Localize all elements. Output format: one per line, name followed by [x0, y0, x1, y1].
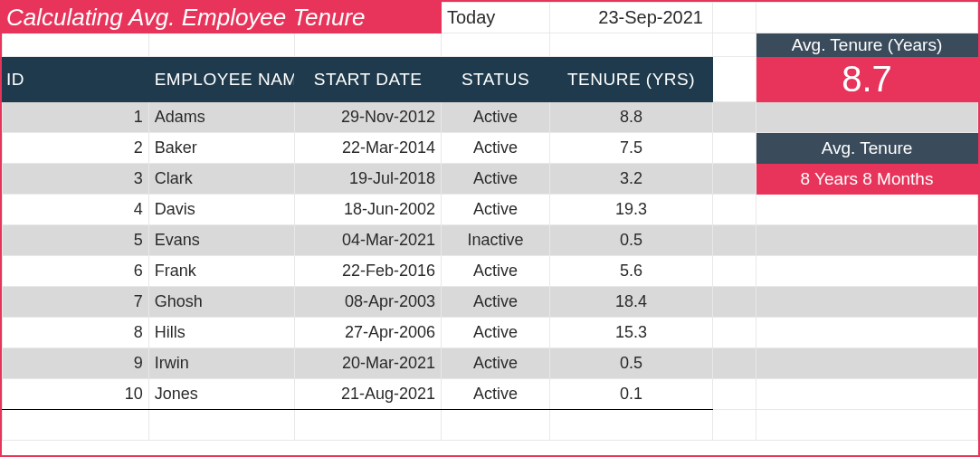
cell-id[interactable]: 10 [3, 379, 149, 410]
table-row[interactable]: 10 Jones 21-Aug-2021 Active 0.1 [3, 379, 978, 410]
cell-tenure[interactable]: 0.1 [550, 379, 713, 410]
cell-name[interactable]: Frank [148, 256, 295, 287]
cell[interactable] [713, 102, 756, 133]
cell-start[interactable]: 22-Feb-2016 [295, 256, 442, 287]
cell-id[interactable]: 6 [3, 256, 149, 287]
today-label: Today [442, 3, 550, 33]
table-row[interactable]: 8 Hills 27-Apr-2006 Active 15.3 [3, 318, 978, 348]
cell-name[interactable]: Hills [148, 318, 295, 348]
table-row[interactable]: 4 Davis 18-Jun-2002 Active 19.3 [3, 195, 978, 225]
cell-tenure[interactable]: 18.4 [550, 287, 713, 318]
cell-name[interactable]: Irwin [148, 348, 295, 379]
cell-status[interactable]: Active [442, 348, 550, 379]
cell-status[interactable]: Active [442, 133, 550, 164]
cell[interactable] [756, 410, 978, 441]
cell-id[interactable]: 4 [3, 195, 149, 225]
cell-id[interactable]: 2 [3, 133, 149, 164]
cell-tenure[interactable]: 8.8 [550, 102, 713, 133]
cell[interactable] [756, 3, 978, 33]
cell-tenure[interactable]: 5.6 [550, 256, 713, 287]
cell-name[interactable]: Jones [148, 379, 295, 410]
cell-status[interactable]: Active [442, 287, 550, 318]
cell[interactable] [713, 256, 756, 287]
cell-status[interactable]: Active [442, 164, 550, 195]
cell[interactable] [713, 133, 756, 164]
cell-name[interactable]: Evans [148, 225, 295, 256]
cell-name[interactable]: Baker [148, 133, 295, 164]
spreadsheet: Calculating Avg. Employee Tenure Today 2… [0, 0, 980, 457]
cell-status[interactable]: Active [442, 318, 550, 348]
table-row[interactable]: 3 Clark 19-Jul-2018 Active 3.2 8 Years 8… [3, 164, 978, 195]
table-row[interactable]: 2 Baker 22-Mar-2014 Active 7.5 Avg. Tenu… [3, 133, 978, 164]
cell-status[interactable]: Active [442, 256, 550, 287]
cell-id[interactable]: 5 [3, 225, 149, 256]
cell-tenure[interactable]: 19.3 [550, 195, 713, 225]
cell[interactable] [295, 33, 442, 57]
cell[interactable] [756, 102, 978, 133]
cell-status[interactable]: Active [442, 102, 550, 133]
cell-tenure[interactable]: 3.2 [550, 164, 713, 195]
cell[interactable] [713, 164, 756, 195]
cell-id[interactable]: 1 [3, 102, 149, 133]
cell-start[interactable]: 20-Mar-2021 [295, 348, 442, 379]
cell[interactable] [713, 57, 756, 102]
cell[interactable] [756, 256, 978, 287]
cell[interactable] [713, 287, 756, 318]
table-row[interactable]: 7 Ghosh 08-Apr-2003 Active 18.4 [3, 287, 978, 318]
col-header-id: ID [3, 57, 149, 102]
cell-start[interactable]: 08-Apr-2003 [295, 287, 442, 318]
cell-name[interactable]: Adams [148, 102, 295, 133]
cell[interactable] [713, 225, 756, 256]
cell-tenure[interactable]: 0.5 [550, 348, 713, 379]
table-row[interactable]: 1 Adams 29-Nov-2012 Active 8.8 [3, 102, 978, 133]
cell-name[interactable]: Clark [148, 164, 295, 195]
cell[interactable] [756, 379, 978, 410]
cell-status[interactable]: Active [442, 379, 550, 410]
cell-id[interactable]: 7 [3, 287, 149, 318]
cell-start[interactable]: 04-Mar-2021 [295, 225, 442, 256]
cell[interactable] [295, 410, 442, 441]
cell[interactable] [713, 3, 756, 33]
table-row[interactable]: 6 Frank 22-Feb-2016 Active 5.6 [3, 256, 978, 287]
cell[interactable] [550, 33, 713, 57]
cell-tenure[interactable]: 7.5 [550, 133, 713, 164]
cell-status[interactable]: Inactive [442, 225, 550, 256]
cell[interactable] [713, 195, 756, 225]
cell[interactable] [442, 33, 550, 57]
cell-status[interactable]: Active [442, 195, 550, 225]
cell-name[interactable]: Davis [148, 195, 295, 225]
cell-start[interactable]: 18-Jun-2002 [295, 195, 442, 225]
cell[interactable] [148, 410, 295, 441]
cell[interactable] [550, 410, 713, 441]
table-row[interactable]: 5 Evans 04-Mar-2021 Inactive 0.5 [3, 225, 978, 256]
cell-start[interactable]: 22-Mar-2014 [295, 133, 442, 164]
cell[interactable] [3, 33, 149, 57]
table-row[interactable]: 9 Irwin 20-Mar-2021 Active 0.5 [3, 348, 978, 379]
cell[interactable] [756, 318, 978, 348]
cell-id[interactable]: 3 [3, 164, 149, 195]
cell-tenure[interactable]: 0.5 [550, 225, 713, 256]
cell[interactable] [713, 348, 756, 379]
cell-tenure[interactable]: 15.3 [550, 318, 713, 348]
cell[interactable] [756, 195, 978, 225]
avg-years-label: Avg. Tenure (Years) [756, 33, 978, 57]
cell-start[interactable]: 19-Jul-2018 [295, 164, 442, 195]
cell[interactable] [3, 410, 149, 441]
cell[interactable] [713, 318, 756, 348]
cell-id[interactable]: 9 [3, 348, 149, 379]
cell[interactable] [442, 410, 550, 441]
cell[interactable] [756, 348, 978, 379]
cell[interactable] [713, 379, 756, 410]
cell-start[interactable]: 27-Apr-2006 [295, 318, 442, 348]
cell-id[interactable]: 8 [3, 318, 149, 348]
cell[interactable] [713, 410, 756, 441]
cell[interactable] [148, 33, 295, 57]
col-header-name: EMPLOYEE NAME [148, 57, 295, 102]
cell-start[interactable]: 21-Aug-2021 [295, 379, 442, 410]
cell[interactable] [756, 225, 978, 256]
cell[interactable] [713, 33, 756, 57]
cell-start[interactable]: 29-Nov-2012 [295, 102, 442, 133]
cell[interactable] [756, 287, 978, 318]
cell-name[interactable]: Ghosh [148, 287, 295, 318]
avg-years-value: 8.7 [756, 57, 978, 102]
